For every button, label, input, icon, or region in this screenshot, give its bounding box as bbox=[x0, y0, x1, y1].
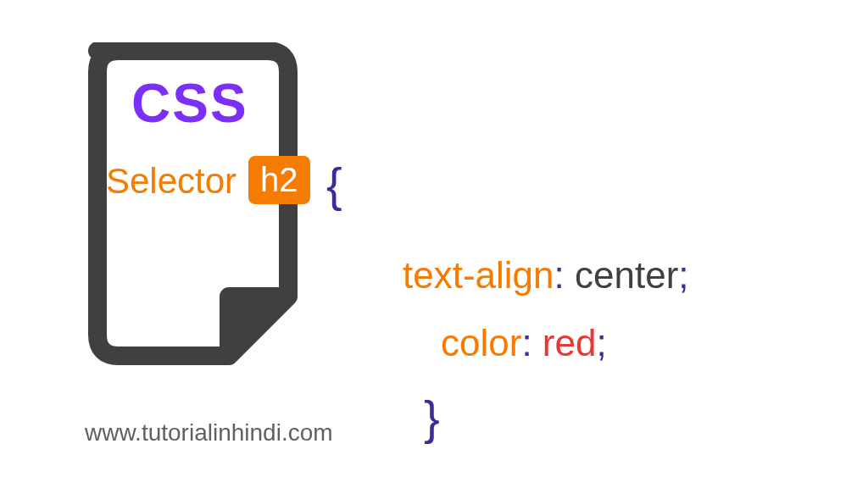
colon-1: : bbox=[554, 254, 565, 296]
property-color: color bbox=[441, 322, 521, 363]
css-rule-2: color: red; bbox=[441, 322, 607, 364]
brace-open: { bbox=[326, 157, 342, 212]
css-title: CSS bbox=[131, 72, 248, 135]
selector-label: Selector bbox=[106, 161, 236, 202]
value-red: red bbox=[542, 322, 597, 363]
value-center: center bbox=[575, 254, 678, 296]
property-text-align: text-align bbox=[403, 254, 554, 296]
css-rule-1: text-align: center; bbox=[403, 254, 689, 297]
selector-badge: h2 bbox=[248, 156, 310, 204]
website-url: www.tutorialinhindi.com bbox=[85, 419, 333, 446]
semicolon-1: ; bbox=[678, 254, 688, 296]
semicolon-2: ; bbox=[596, 322, 606, 363]
colon-2: : bbox=[521, 322, 531, 363]
brace-close: } bbox=[424, 390, 440, 445]
